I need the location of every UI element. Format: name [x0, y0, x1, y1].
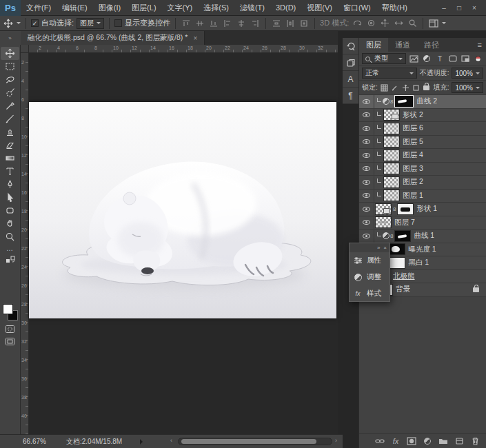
layer-row-7[interactable]: 图层 7: [359, 216, 486, 230]
shape-filter-icon[interactable]: [447, 54, 458, 63]
layer-thumbnail[interactable]: [384, 123, 399, 134]
maximize-button[interactable]: □: [453, 3, 465, 13]
rectangular-marquee-tool[interactable]: [1, 60, 19, 73]
expand-panels-icon[interactable]: »: [377, 245, 380, 251]
layer-name[interactable]: 图层 5: [403, 137, 423, 147]
properties-panel-button[interactable]: 属性: [350, 252, 389, 269]
layer-thumbnail[interactable]: [384, 136, 399, 147]
horizontal-scrollbar[interactable]: [178, 438, 332, 445]
layer-thumbnail[interactable]: [376, 204, 391, 214]
eraser-tool[interactable]: [1, 139, 19, 152]
visibility-toggle[interactable]: [359, 136, 374, 149]
visibility-toggle[interactable]: [359, 95, 374, 108]
path-selection-tool[interactable]: [1, 191, 19, 204]
menu-help[interactable]: 帮助(H): [376, 0, 413, 16]
layer-thumbnail[interactable]: [384, 150, 399, 161]
auto-select-checkbox[interactable]: ✓: [31, 19, 39, 27]
tab-paths[interactable]: 路径: [417, 38, 446, 52]
layer-name[interactable]: 图层 4: [403, 150, 423, 160]
menu-filter[interactable]: 滤镜(T): [234, 0, 270, 16]
tab-close-icon[interactable]: ×: [193, 34, 197, 42]
layer-name[interactable]: 曲线 1: [414, 231, 434, 241]
layer-name[interactable]: 形状 2: [403, 110, 423, 120]
tab-layers[interactable]: 图层: [359, 38, 388, 52]
menu-file[interactable]: 文件(F): [21, 0, 57, 16]
lock-position-icon[interactable]: [402, 83, 409, 92]
tool-preset-caret[interactable]: [17, 22, 21, 26]
quick-selection-tool[interactable]: [1, 86, 19, 99]
layer-name[interactable]: 形状 1: [416, 204, 437, 214]
layer-thumbnail[interactable]: [384, 110, 399, 120]
layer-mask-thumbnail[interactable]: [395, 96, 413, 107]
visibility-toggle[interactable]: [359, 122, 374, 135]
adjustment-filter-icon[interactable]: [422, 54, 432, 63]
menu-edit[interactable]: 编辑(E): [57, 0, 93, 16]
layer-row-curves-1[interactable]: 8 曲线 1: [359, 230, 486, 243]
layer-thumbnail[interactable]: [384, 177, 399, 187]
layer-mask-thumbnail[interactable]: [398, 204, 413, 214]
layer-row-shape-2[interactable]: 形状 2: [359, 109, 486, 123]
lock-all-icon[interactable]: [423, 83, 430, 92]
menu-window[interactable]: 窗口(W): [338, 0, 376, 16]
new-layer-icon[interactable]: [454, 436, 465, 447]
swap-colors-icon[interactable]: [1, 256, 19, 264]
new-adjustment-icon[interactable]: [422, 436, 433, 447]
paragraph-panel-icon[interactable]: ¶: [343, 88, 358, 104]
vertical-ruler[interactable]: 246810121416182022242628303234363840: [21, 53, 29, 434]
filter-kind-dropdown[interactable]: 类型: [362, 53, 406, 64]
pixel-filter-icon[interactable]: [409, 54, 419, 63]
workspace-caret[interactable]: [442, 22, 446, 26]
history-panel-icon[interactable]: [343, 38, 358, 54]
close-panel-icon[interactable]: ×: [383, 245, 387, 251]
visibility-toggle[interactable]: [359, 149, 374, 162]
layer-mask-thumbnail[interactable]: [395, 231, 410, 241]
fill-field[interactable]: 100%: [452, 82, 483, 93]
close-button[interactable]: ×: [468, 3, 480, 13]
quick-mask-mode-icon[interactable]: [1, 325, 19, 334]
horizontal-ruler[interactable]: 2468101214161820222426283032: [29, 45, 338, 53]
visibility-toggle[interactable]: [359, 176, 374, 189]
layer-row-3[interactable]: 图层 3: [359, 163, 486, 176]
layer-name[interactable]: 曲线 2: [416, 96, 437, 106]
layer-mask-thumbnail[interactable]: [389, 244, 405, 254]
zoom-level-field[interactable]: 66.67%: [23, 438, 61, 445]
menu-layer[interactable]: 图层(L): [126, 0, 161, 16]
new-group-icon[interactable]: [438, 436, 449, 447]
layer-name[interactable]: 图层 7: [394, 218, 415, 227]
show-transform-checkbox[interactable]: ✓: [114, 19, 122, 27]
layer-name[interactable]: 曝光度 1: [408, 245, 436, 254]
menu-select[interactable]: 选择(S): [198, 0, 234, 16]
menu-view[interactable]: 视图(V): [301, 0, 338, 16]
layer-name[interactable]: 北极熊: [393, 272, 415, 281]
foreground-color[interactable]: [3, 304, 13, 314]
adjustments-panel-button[interactable]: 调整: [350, 269, 389, 285]
scroll-left-arrow[interactable]: ‹: [170, 437, 172, 444]
menu-3d[interactable]: 3D(D): [270, 0, 301, 16]
blend-mode-dropdown[interactable]: 正常: [362, 68, 417, 79]
hand-tool[interactable]: [1, 217, 19, 230]
visibility-toggle[interactable]: [359, 163, 374, 176]
menu-type[interactable]: 文字(Y): [162, 0, 199, 16]
opacity-field[interactable]: 100%: [452, 68, 483, 79]
type-tool[interactable]: [1, 165, 19, 178]
character-panel-icon[interactable]: A: [343, 71, 358, 88]
auto-select-dropdown[interactable]: 图层: [77, 18, 104, 29]
visibility-toggle[interactable]: [359, 190, 374, 203]
layer-style-icon[interactable]: fx: [390, 436, 401, 447]
move-tool[interactable]: [1, 47, 19, 60]
gradient-tool[interactable]: [1, 152, 19, 165]
layer-name[interactable]: 图层 6: [403, 123, 423, 133]
layer-thumbnail[interactable]: [384, 163, 399, 174]
layer-name[interactable]: 黑白 1: [408, 258, 429, 267]
lasso-tool[interactable]: [1, 73, 19, 86]
zoom-tool[interactable]: [1, 230, 19, 243]
lock-artboard-icon[interactable]: [412, 83, 420, 92]
layer-row-shape-1[interactable]: 8 形状 1: [359, 203, 486, 216]
edit-toolbar-ellipsis-icon[interactable]: …: [1, 245, 19, 252]
layer-row-6[interactable]: 图层 6: [359, 122, 486, 136]
layer-thumbnail[interactable]: [384, 190, 399, 201]
smart-object-filter-icon[interactable]: [460, 54, 471, 63]
screen-mode-icon[interactable]: [1, 337, 19, 346]
visibility-toggle[interactable]: [359, 216, 374, 230]
shape-tool[interactable]: [1, 204, 19, 217]
